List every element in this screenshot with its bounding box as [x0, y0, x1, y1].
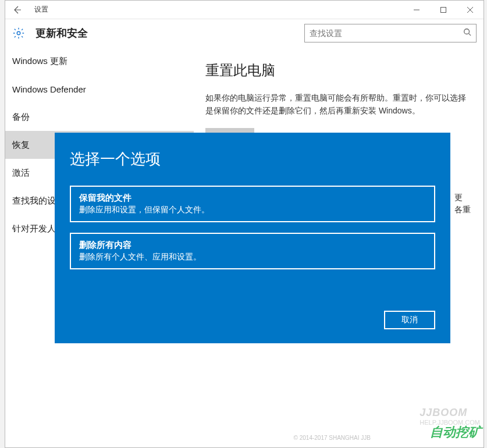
gear-icon: [12, 27, 25, 40]
svg-point-2: [464, 29, 470, 34]
sidebar-item-label: 查找我的设: [12, 195, 56, 207]
sidebar-item-label: 针对开发人: [12, 223, 56, 234]
sidebar-item-backup[interactable]: 备份: [5, 103, 194, 131]
page-title: 更新和安全: [35, 26, 88, 40]
option-title: 删除所有内容: [79, 240, 426, 251]
main-title: 重置此电脑: [205, 61, 472, 80]
main-description: 如果你的电脑运行异常，重置电脑可能会有所帮助。重置时，你可以选择是保留你的文件还…: [205, 91, 472, 118]
cancel-button[interactable]: 取消: [384, 311, 435, 329]
search-input[interactable]: [310, 29, 463, 38]
option-keep-files[interactable]: 保留我的文件 删除应用和设置，但保留个人文件。: [70, 186, 435, 222]
sidebar-item-windows-update[interactable]: Windows 更新: [5, 47, 194, 75]
sidebar-item-label: Windows Defender: [12, 84, 86, 94]
close-icon: [467, 7, 473, 13]
sidebar-item-label: 备份: [12, 112, 30, 123]
window-title: 设置: [34, 5, 48, 15]
window-controls: [403, 1, 484, 19]
option-description: 删除所有个人文件、应用和设置。: [79, 252, 426, 262]
svg-point-1: [17, 31, 20, 35]
maximize-icon: [440, 7, 446, 13]
sidebar-item-label: Windows 更新: [12, 56, 67, 67]
minimize-button[interactable]: [403, 1, 430, 19]
dialog-title: 选择一个选项: [70, 149, 435, 169]
partial-background-text: 更 各重: [454, 191, 471, 216]
sidebar-item-windows-defender[interactable]: Windows Defender: [5, 75, 194, 103]
header: 更新和安全: [5, 19, 484, 47]
close-button[interactable]: [457, 1, 484, 19]
watermark-green: 自动挖矿: [430, 424, 481, 441]
option-remove-everything[interactable]: 删除所有内容 删除所有个人文件、应用和设置。: [70, 233, 435, 269]
back-arrow-icon: [12, 5, 22, 15]
watermark-copyright: © 2014-2017 SHANGHAI JJB: [294, 435, 371, 441]
minimize-icon: [414, 7, 420, 13]
search-icon: [463, 28, 471, 38]
option-description: 删除应用和设置，但保留个人文件。: [79, 205, 426, 215]
sidebar-item-label: 恢复: [12, 140, 30, 151]
search-box[interactable]: [304, 24, 477, 42]
titlebar: 设置: [5, 1, 484, 19]
sidebar-item-label: 激活: [12, 168, 30, 179]
maximize-button[interactable]: [430, 1, 457, 19]
svg-rect-0: [441, 8, 446, 13]
option-title: 保留我的文件: [79, 193, 426, 204]
back-button[interactable]: [5, 1, 29, 19]
reset-options-dialog: 选择一个选项 保留我的文件 删除应用和设置，但保留个人文件。 删除所有内容 删除…: [55, 133, 450, 343]
edge-artifact: [0, 0, 5, 448]
